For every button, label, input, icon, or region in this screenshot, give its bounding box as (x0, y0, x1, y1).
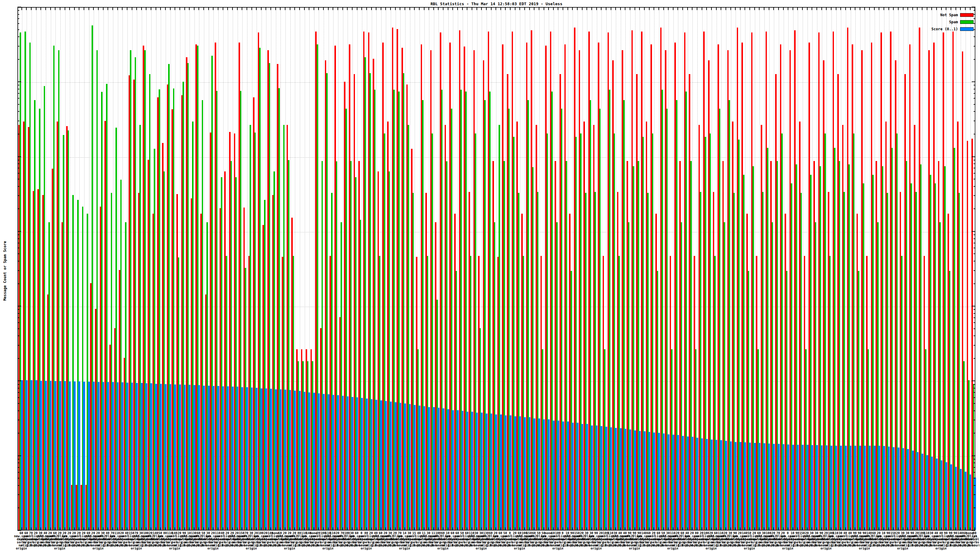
x-tick-top (261, 7, 261, 10)
bar-score (533, 418, 535, 530)
y-major-tick (18, 456, 21, 456)
x-tick-top (55, 7, 56, 10)
bar-score (869, 446, 871, 530)
x-tick-top (845, 7, 846, 10)
x-tick-top (146, 7, 146, 10)
bar-score (30, 380, 32, 530)
x-tick-bottom (357, 527, 357, 530)
x-tick-bottom (337, 527, 338, 530)
bar-score (107, 382, 109, 530)
x-tick-bottom (218, 527, 218, 530)
x-tick-bottom (400, 527, 400, 530)
x-tick-bottom (591, 527, 592, 530)
x-tick-bottom (811, 527, 812, 530)
x-tick-bottom (409, 527, 410, 530)
x-tick-top (869, 7, 870, 10)
bar-score (145, 383, 147, 530)
bar-score (754, 443, 756, 530)
bar-score (581, 424, 584, 530)
y-minor-tick (974, 420, 975, 420)
x-tick-bottom (146, 527, 146, 530)
bar-score (390, 402, 392, 530)
x-tick-bottom (922, 527, 923, 530)
x-tick-top (931, 7, 932, 10)
x-tick-bottom (582, 527, 582, 530)
y-minor-tick (18, 195, 19, 196)
x-tick-top (424, 7, 425, 10)
y-minor-tick (18, 46, 19, 46)
bar-score (399, 403, 401, 530)
x-tick-top (807, 7, 808, 10)
y-minor-tick (18, 104, 19, 105)
x-tick-top (103, 7, 103, 10)
y-minor-tick (974, 335, 975, 336)
x-tick-bottom (223, 527, 223, 530)
bar-score (830, 446, 832, 530)
y-minor-tick (18, 121, 19, 121)
y-minor-tick (18, 89, 19, 89)
x-tick-top (313, 7, 314, 10)
x-tick-bottom (256, 527, 257, 530)
x-tick-top (448, 7, 449, 10)
x-tick-bottom (318, 527, 319, 530)
x-tick-bottom (189, 527, 189, 530)
x-tick-bottom (352, 527, 353, 530)
y-minor-tick (18, 467, 19, 468)
bar-score (328, 394, 329, 530)
x-tick-top (390, 7, 391, 10)
y-minor-tick (18, 388, 19, 389)
x-tick-bottom (716, 527, 717, 530)
x-tick-bottom (117, 527, 118, 530)
x-tick-top (462, 7, 463, 10)
plot-area (18, 7, 975, 530)
bar-score (586, 424, 588, 530)
bar-score (241, 387, 243, 530)
bar-score (744, 442, 746, 530)
bar-score (438, 408, 439, 530)
x-tick-top (788, 7, 788, 10)
y-minor-tick (974, 238, 975, 239)
x-tick-bottom (956, 527, 956, 530)
bar-score (169, 384, 172, 530)
bar-score (701, 438, 703, 530)
bar-score (480, 413, 483, 530)
x-tick-top (692, 7, 692, 10)
group-gridline (975, 8, 975, 530)
bar-score (696, 438, 698, 530)
x-tick-top (524, 7, 525, 10)
y-minor-tick (974, 433, 975, 433)
x-tick-bottom (678, 527, 678, 530)
x-tick-top (697, 7, 697, 10)
x-tick-top (956, 7, 956, 10)
x-tick-bottom (903, 527, 904, 530)
x-tick-top (332, 7, 333, 10)
x-tick-bottom (864, 527, 865, 530)
x-tick-bottom (702, 527, 702, 530)
group-gridline (970, 8, 971, 530)
x-tick-bottom (481, 527, 482, 530)
x-tick-bottom (730, 527, 731, 530)
bar-score (466, 412, 468, 530)
x-tick-bottom (381, 527, 381, 530)
x-tick-top (318, 7, 319, 10)
x-tick-bottom (247, 527, 247, 530)
y-minor-tick (974, 397, 975, 398)
bar-score (921, 454, 923, 530)
bar-score (916, 452, 918, 530)
x-tick-bottom (692, 527, 692, 530)
y-minor-tick (974, 494, 975, 495)
y-minor-tick (974, 283, 975, 284)
x-tick-bottom (136, 527, 137, 530)
x-tick-top (132, 7, 132, 10)
x-tick-top (74, 7, 75, 10)
x-tick-top (495, 7, 496, 10)
legend-swatch-not-spam (960, 13, 974, 17)
x-tick-top (883, 7, 884, 10)
x-tick-bottom (769, 527, 769, 530)
bar-score (251, 387, 253, 530)
x-tick-top (280, 7, 280, 10)
x-tick-bottom (491, 527, 492, 530)
bar-score (667, 434, 670, 530)
y-minor-tick (18, 261, 19, 261)
bar-score (92, 382, 95, 530)
